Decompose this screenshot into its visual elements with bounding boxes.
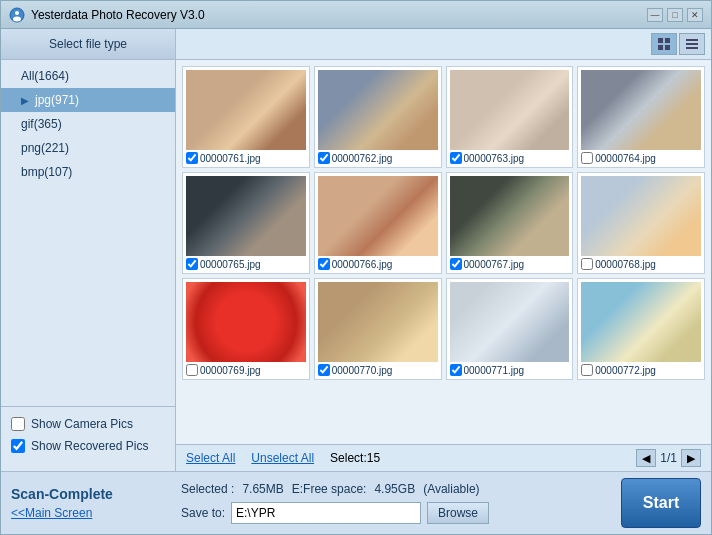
image-thumbnail (581, 176, 701, 256)
image-thumbnail (581, 282, 701, 362)
info-bottom: Save to: Browse (181, 502, 611, 524)
file-type-jpg[interactable]: ▶jpg(971) (1, 88, 175, 112)
image-cell[interactable]: 00000764.jpg (577, 66, 705, 168)
show-camera-checkbox[interactable] (11, 417, 25, 431)
image-filename: 00000771.jpg (464, 365, 525, 376)
image-thumbnail (318, 70, 438, 150)
grid-footer: Select All Unselect All Select:15 ◀ 1/1 … (176, 444, 711, 471)
image-filename: 00000770.jpg (332, 365, 393, 376)
select-all-link[interactable]: Select All (186, 451, 235, 465)
next-page-button[interactable]: ▶ (681, 449, 701, 467)
close-button[interactable]: ✕ (687, 8, 703, 22)
file-type-gif[interactable]: gif(365) (1, 112, 175, 136)
image-label-row: 00000771.jpg (450, 364, 570, 376)
image-thumbnail (450, 282, 570, 362)
image-cell[interactable]: 00000763.jpg (446, 66, 574, 168)
grid-view-button[interactable] (651, 33, 677, 55)
app-title: Yesterdata Photo Recovery V3.0 (31, 8, 205, 22)
image-cell[interactable]: 00000770.jpg (314, 278, 442, 380)
image-checkbox[interactable] (186, 152, 198, 164)
image-filename: 00000769.jpg (200, 365, 261, 376)
prev-page-button[interactable]: ◀ (636, 449, 656, 467)
image-cell[interactable]: 00000767.jpg (446, 172, 574, 274)
svg-rect-8 (686, 43, 698, 45)
image-cell[interactable]: 00000766.jpg (314, 172, 442, 274)
image-checkbox[interactable] (186, 258, 198, 270)
file-type-label: All(1664) (21, 69, 69, 83)
svg-rect-3 (658, 38, 663, 43)
image-checkbox[interactable] (318, 258, 330, 270)
image-thumbnail (318, 282, 438, 362)
save-path-input[interactable] (231, 502, 421, 524)
image-cell[interactable]: 00000762.jpg (314, 66, 442, 168)
free-space-label: E:Free space: (292, 482, 367, 496)
file-type-label: jpg(971) (35, 93, 79, 107)
free-space-value: 4.95GB (374, 482, 415, 496)
image-checkbox[interactable] (318, 152, 330, 164)
file-type-all[interactable]: All(1664) (1, 64, 175, 88)
svg-rect-5 (658, 45, 663, 50)
image-cell[interactable]: 00000768.jpg (577, 172, 705, 274)
show-camera-label: Show Camera Pics (31, 417, 133, 431)
active-arrow-icon: ▶ (21, 95, 29, 106)
image-label-row: 00000765.jpg (186, 258, 306, 270)
image-label-row: 00000769.jpg (186, 364, 306, 376)
unselect-all-link[interactable]: Unselect All (251, 451, 314, 465)
start-button[interactable]: Start (621, 478, 701, 528)
image-thumbnail (450, 176, 570, 256)
image-thumbnail (318, 176, 438, 256)
image-checkbox[interactable] (318, 364, 330, 376)
image-label-row: 00000768.jpg (581, 258, 701, 270)
image-checkbox[interactable] (450, 364, 462, 376)
image-checkbox[interactable] (450, 258, 462, 270)
sidebar-options: Show Camera Pics Show Recovered Pics (1, 406, 175, 471)
image-filename: 00000772.jpg (595, 365, 656, 376)
file-type-png[interactable]: png(221) (1, 136, 175, 160)
svg-rect-9 (686, 47, 698, 49)
svg-rect-4 (665, 38, 670, 43)
image-cell[interactable]: 00000771.jpg (446, 278, 574, 380)
content-area: 00000761.jpg00000762.jpg00000763.jpg0000… (176, 29, 711, 471)
file-type-label: bmp(107) (21, 165, 72, 179)
image-cell[interactable]: 00000765.jpg (182, 172, 310, 274)
scan-complete-section: Scan-Complete <<Main Screen (11, 486, 181, 520)
image-grid: 00000761.jpg00000762.jpg00000763.jpg0000… (176, 60, 711, 444)
image-thumbnail (186, 70, 306, 150)
selected-label: Selected : (181, 482, 234, 496)
main-screen-link[interactable]: <<Main Screen (11, 506, 92, 520)
image-cell[interactable]: 00000761.jpg (182, 66, 310, 168)
image-cell[interactable]: 00000772.jpg (577, 278, 705, 380)
image-checkbox[interactable] (581, 152, 593, 164)
restore-button[interactable]: □ (667, 8, 683, 22)
scan-complete-label: Scan-Complete (11, 486, 113, 502)
main-area: Select file type All(1664)▶jpg(971)gif(3… (1, 29, 711, 471)
image-filename: 00000768.jpg (595, 259, 656, 270)
info-section: Selected : 7.65MB E:Free space: 4.95GB (… (181, 482, 611, 524)
list-view-button[interactable] (679, 33, 705, 55)
image-checkbox[interactable] (581, 364, 593, 376)
show-camera-row[interactable]: Show Camera Pics (11, 417, 165, 431)
image-label-row: 00000772.jpg (581, 364, 701, 376)
image-checkbox[interactable] (581, 258, 593, 270)
sidebar: Select file type All(1664)▶jpg(971)gif(3… (1, 29, 176, 471)
image-thumbnail (581, 70, 701, 150)
title-bar: Yesterdata Photo Recovery V3.0 — □ ✕ (1, 1, 711, 29)
browse-button[interactable]: Browse (427, 502, 489, 524)
image-label-row: 00000770.jpg (318, 364, 438, 376)
save-to-label: Save to: (181, 506, 225, 520)
show-recovered-label: Show Recovered Pics (31, 439, 148, 453)
info-top: Selected : 7.65MB E:Free space: 4.95GB (… (181, 482, 611, 496)
show-recovered-row[interactable]: Show Recovered Pics (11, 439, 165, 453)
file-type-bmp[interactable]: bmp(107) (1, 160, 175, 184)
show-recovered-checkbox[interactable] (11, 439, 25, 453)
image-filename: 00000761.jpg (200, 153, 261, 164)
image-checkbox[interactable] (450, 152, 462, 164)
minimize-button[interactable]: — (647, 8, 663, 22)
image-checkbox[interactable] (186, 364, 198, 376)
image-label-row: 00000764.jpg (581, 152, 701, 164)
image-cell[interactable]: 00000769.jpg (182, 278, 310, 380)
title-bar-left: Yesterdata Photo Recovery V3.0 (9, 7, 205, 23)
image-label-row: 00000767.jpg (450, 258, 570, 270)
app-window: Yesterdata Photo Recovery V3.0 — □ ✕ Sel… (0, 0, 712, 535)
available-label: (Avaliable) (423, 482, 479, 496)
